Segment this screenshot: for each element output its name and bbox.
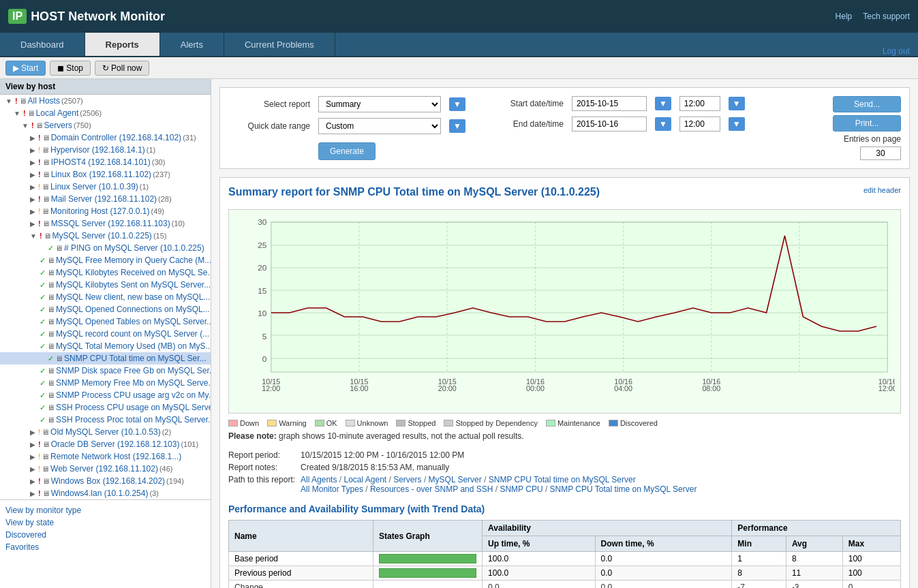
tree-item-1[interactable]: ▼!🖥Local Agent(2506) xyxy=(0,107,211,119)
tree-item-6[interactable]: ▶!🖥Linux Box (192.168.11.102)(237) xyxy=(0,168,211,181)
tree-link-28[interactable]: Oracle DB Server (192.168.12.103) xyxy=(51,439,180,449)
edit-header-link[interactable]: edit header xyxy=(863,186,901,194)
tree-link-13[interactable]: MySQL Free Memory in Query Cache (M... xyxy=(56,256,211,265)
expand-icon-4[interactable]: ▶ xyxy=(30,146,35,154)
poll-button[interactable]: ↻ Poll now xyxy=(95,61,149,76)
tree-link-12[interactable]: # PING on MySQL Server (10.1.0.225) xyxy=(64,243,204,253)
tree-item-16[interactable]: ✓🖥MySQL New client, new base on MySQL... xyxy=(0,291,211,303)
expand-icon-7[interactable]: ▶ xyxy=(30,183,35,191)
path-all-monitor-types[interactable]: All Monitor Types xyxy=(301,484,363,494)
path-snmp-cpu[interactable]: SNMP CPU Total time on MySQL Server xyxy=(489,475,636,484)
tree-item-30[interactable]: ▶!🖥Web Server (192.168.11.102)(46) xyxy=(0,463,211,475)
end-time-input[interactable] xyxy=(679,117,720,131)
path-snmp-cpu-total[interactable]: SNMP CPU Total time on MySQL Server xyxy=(550,484,697,494)
start-date-input[interactable] xyxy=(572,96,647,111)
expand-icon-0[interactable]: ▼ xyxy=(5,97,12,105)
expand-icon-30[interactable]: ▶ xyxy=(30,465,35,473)
select-report-dropdown-btn[interactable]: ▼ xyxy=(449,97,465,111)
help-link[interactable]: Help xyxy=(836,12,853,21)
end-date-input[interactable] xyxy=(572,117,647,131)
tree-link-5[interactable]: IPHOST4 (192.168.14.101) xyxy=(51,157,151,167)
tree-item-28[interactable]: ▶!🖥Oracle DB Server (192.168.12.103)(101… xyxy=(0,438,211,450)
tree-link-1[interactable]: Local Agent xyxy=(36,108,79,118)
tree-item-7[interactable]: ▶!🖥Linux Server (10.1.0.39)(1) xyxy=(0,181,211,193)
start-button[interactable]: ▶ Start xyxy=(5,61,46,76)
tree-item-0[interactable]: ▼!🖥All Hosts(2507) xyxy=(0,95,211,107)
path-snmp-cpu-type[interactable]: SNMP CPU xyxy=(500,484,542,494)
expand-icon-29[interactable]: ▶ xyxy=(30,453,35,461)
tree-item-21[interactable]: ✓🖥SNMP CPU Total time on MySQL Ser... xyxy=(0,352,211,365)
expand-icon-31[interactable]: ▶ xyxy=(30,478,35,485)
tree-item-15[interactable]: ✓🖥MySQL Kilobytes Sent on MySQL Server..… xyxy=(0,279,211,291)
tree-link-21[interactable]: SNMP CPU Total time on MySQL Ser... xyxy=(64,354,206,363)
tree-item-25[interactable]: ✓🖥SSH Process CPU usage on MySQL Serve..… xyxy=(0,401,211,414)
tree-link-6[interactable]: Linux Box (192.168.11.102) xyxy=(51,170,151,179)
start-time-dropdown-btn[interactable]: ▼ xyxy=(729,97,745,110)
tech-support-link[interactable]: Tech support xyxy=(863,12,910,21)
path-local-agent[interactable]: Local Agent xyxy=(343,475,386,484)
path-servers[interactable]: Servers xyxy=(393,475,421,484)
sidebar-view-by-monitor-type[interactable]: View by monitor type xyxy=(5,504,205,516)
end-time-dropdown-btn[interactable]: ▼ xyxy=(729,117,745,131)
logout-link[interactable]: Log out xyxy=(883,46,910,56)
tree-link-26[interactable]: SSH Process Proc total on MySQL Server..… xyxy=(56,415,211,424)
expand-icon-27[interactable]: ▶ xyxy=(30,429,35,436)
start-time-input[interactable] xyxy=(679,96,720,111)
expand-icon-3[interactable]: ▶ xyxy=(30,134,35,142)
tree-link-11[interactable]: MySQL Server (10.1.0.225) xyxy=(52,231,152,241)
tree-item-19[interactable]: ✓🖥MySQL record count on MySQL Server (..… xyxy=(0,328,211,340)
tree-item-10[interactable]: ▶!🖥MSSQL Server (192.168.11.103)(10) xyxy=(0,217,211,230)
tree-link-2[interactable]: Servers xyxy=(44,121,72,130)
tree-item-32[interactable]: ▶!🖥Windows4.lan (10.1.0.254)(3) xyxy=(0,487,211,499)
tree-item-22[interactable]: ✓🖥SNMP Disk space Free Gb on MySQL Ser..… xyxy=(0,365,211,377)
expand-icon-6[interactable]: ▶ xyxy=(30,171,35,179)
tree-item-23[interactable]: ✓🖥SNMP Memory Free Mb on MySQL Serve... xyxy=(0,377,211,389)
path-resources-snmp[interactable]: Resources - over SNMP and SSH xyxy=(370,484,493,494)
entries-input[interactable] xyxy=(860,146,901,160)
tab-alerts[interactable]: Alerts xyxy=(160,33,224,56)
print-button[interactable]: Print... xyxy=(833,115,901,131)
tree-item-9[interactable]: ▶!🖥Monitoring Host (127.0.0.1)(49) xyxy=(0,205,211,217)
tree-link-27[interactable]: Old MySQL Server (10.1.0.53) xyxy=(50,427,161,437)
stop-button[interactable]: ◼ Stop xyxy=(50,61,91,76)
tree-link-22[interactable]: SNMP Disk space Free Gb on MySQL Ser... xyxy=(56,366,211,375)
tree-link-0[interactable]: All Hosts xyxy=(28,96,60,106)
sidebar-view-by-state[interactable]: View by state xyxy=(5,516,205,529)
tree-item-26[interactable]: ✓🖥SSH Process Proc total on MySQL Server… xyxy=(0,414,211,426)
start-date-calendar-btn[interactable]: ▼ xyxy=(655,97,671,110)
tree-link-15[interactable]: MySQL Kilobytes Sent on MySQL Server... xyxy=(56,280,211,290)
expand-icon-2[interactable]: ▼ xyxy=(22,122,29,129)
expand-icon-32[interactable]: ▶ xyxy=(30,490,35,497)
tree-link-19[interactable]: MySQL record count on MySQL Server (... xyxy=(56,329,209,339)
sidebar-discovered[interactable]: Discovered xyxy=(5,529,205,541)
tree-link-18[interactable]: MySQL Opened Tables on MySQL Server... xyxy=(56,317,211,326)
expand-icon-5[interactable]: ▶ xyxy=(30,159,35,166)
tab-dashboard[interactable]: Dashboard xyxy=(0,33,85,56)
expand-icon-28[interactable]: ▶ xyxy=(30,441,35,448)
tab-current-problems[interactable]: Current Problems xyxy=(224,33,335,56)
tree-item-31[interactable]: ▶!🖥Windows Box (192.168.14.202)(194) xyxy=(0,475,211,487)
tree-link-31[interactable]: Windows Box (192.168.14.202) xyxy=(51,476,165,486)
tree-item-17[interactable]: ✓🖥MySQL Opened Connections on MySQL... xyxy=(0,303,211,315)
tree-item-27[interactable]: ▶!🖥Old MySQL Server (10.1.0.53)(2) xyxy=(0,426,211,438)
quick-date-dropdown-btn[interactable]: ▼ xyxy=(449,119,465,133)
tree-link-16[interactable]: MySQL New client, new base on MySQL... xyxy=(56,292,210,302)
tree-link-32[interactable]: Windows4.lan (10.1.0.254) xyxy=(51,489,149,498)
tree-link-14[interactable]: MySQL Kilobytes Received on MySQL Se... xyxy=(56,268,211,277)
tree-item-3[interactable]: ▶!🖥Domain Controller (192.168.14.102)(31… xyxy=(0,131,211,144)
tree-item-8[interactable]: ▶!🖥Mail Server (192.168.11.102)(28) xyxy=(0,193,211,205)
tree-item-2[interactable]: ▼!🖥Servers(750) xyxy=(0,119,211,131)
expand-icon-8[interactable]: ▶ xyxy=(30,196,35,203)
end-date-calendar-btn[interactable]: ▼ xyxy=(655,117,671,131)
tree-item-14[interactable]: ✓🖥MySQL Kilobytes Received on MySQL Se..… xyxy=(0,266,211,279)
expand-icon-1[interactable]: ▼ xyxy=(14,110,20,117)
tree-item-4[interactable]: ▶!🖥Hypervisor (192.168.14.1)(1) xyxy=(0,144,211,156)
quick-date-dropdown[interactable]: Custom xyxy=(318,118,441,134)
tree-link-29[interactable]: Remote Network Host (192.168.1...) xyxy=(50,452,181,461)
tree-link-3[interactable]: Domain Controller (192.168.14.102) xyxy=(51,133,181,142)
tab-reports[interactable]: Reports xyxy=(85,33,160,56)
tree-item-5[interactable]: ▶!🖥IPHOST4 (192.168.14.101)(30) xyxy=(0,156,211,168)
tree-link-9[interactable]: Monitoring Host (127.0.0.1) xyxy=(50,206,149,216)
tree-item-20[interactable]: ✓🖥MySQL Total Memory Used (MB) on MyS... xyxy=(0,340,211,352)
expand-icon-11[interactable]: ▼ xyxy=(30,232,37,240)
